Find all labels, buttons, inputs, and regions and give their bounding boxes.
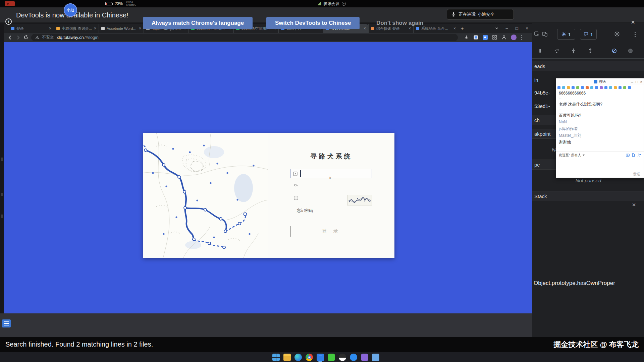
qq-icon[interactable] bbox=[339, 354, 346, 361]
edge-handle[interactable] bbox=[1, 193, 3, 196]
devtools-threads-header[interactable]: eads bbox=[532, 61, 644, 71]
store-icon[interactable] bbox=[317, 354, 324, 361]
tab-close-icon[interactable]: × bbox=[139, 26, 141, 31]
recorder-app-icon[interactable] bbox=[361, 354, 368, 361]
messages-count: 1 bbox=[590, 32, 593, 37]
tab-favicon bbox=[11, 27, 14, 30]
deactivate-breakpoints-icon[interactable] bbox=[611, 48, 617, 54]
chevron-down-icon[interactable] bbox=[583, 155, 585, 156]
tab-close-icon[interactable]: × bbox=[453, 26, 456, 31]
minimize-button[interactable]: – bbox=[502, 23, 512, 33]
captcha-field-icon[interactable] bbox=[294, 196, 298, 200]
close-icon[interactable]: × bbox=[630, 201, 638, 208]
wechat-icon[interactable] bbox=[328, 354, 335, 361]
address-bar[interactable]: 不安全 xlq.tulaway.cn /#/login bbox=[31, 34, 458, 41]
devtools-issues-badge[interactable]: 1 bbox=[557, 29, 575, 40]
infobar-close-icon[interactable]: × bbox=[629, 18, 637, 26]
edge-icon[interactable] bbox=[294, 354, 302, 361]
meeting-app-icon[interactable] bbox=[350, 354, 357, 361]
forgot-password-link[interactable]: 忘记密码 bbox=[297, 208, 313, 214]
chat-message-list[interactable]: 666666666666 ··· 老师 这是什么浏览器啊? ··· 百度可以吗?… bbox=[559, 90, 640, 146]
overlay-clock: 07:43 bbox=[126, 0, 136, 4]
dont-show-again-button[interactable]: Don't show again bbox=[368, 17, 432, 29]
chat-message: js库的作者 bbox=[559, 126, 640, 131]
tab-search-icon[interactable] bbox=[492, 23, 502, 33]
forward-icon[interactable] bbox=[15, 35, 21, 40]
shield-plus-icon[interactable]: + bbox=[342, 2, 346, 6]
extensions-icon[interactable] bbox=[492, 35, 497, 40]
presenter-bubble[interactable]: 小迪 bbox=[64, 3, 77, 17]
browser-window: 登录× 小鸡词典-查词是...× Assetnote Wordlists× ht… bbox=[4, 23, 532, 313]
step-over-icon[interactable] bbox=[554, 48, 559, 54]
inspect-element-icon[interactable] bbox=[534, 32, 539, 37]
chrome-icon[interactable] bbox=[306, 354, 313, 361]
extension-badge-icon[interactable] bbox=[483, 35, 488, 40]
step-into-icon[interactable] bbox=[571, 48, 576, 54]
start-button[interactable] bbox=[272, 354, 280, 361]
reload-icon[interactable] bbox=[23, 35, 29, 40]
login-form: 寻路犬系统 k bbox=[268, 133, 394, 258]
browser-tab[interactable]: 小鸡词典-查词是...× bbox=[54, 24, 99, 33]
gear-icon[interactable] bbox=[614, 31, 620, 37]
back-icon[interactable] bbox=[7, 35, 13, 40]
chat-minimize-icon[interactable]: – bbox=[631, 80, 633, 84]
record-dot-icon bbox=[7, 3, 9, 5]
avatar[interactable] bbox=[511, 35, 517, 40]
security-chip[interactable]: 不安全 bbox=[42, 35, 54, 40]
translate-extension-icon[interactable] bbox=[473, 35, 478, 40]
chat-send-button[interactable]: 发送 bbox=[633, 172, 640, 177]
chat-message: 谢谢他 bbox=[559, 139, 640, 145]
edge-handle[interactable] bbox=[1, 158, 3, 161]
devtools-callstack-header[interactable]: Stack bbox=[532, 191, 644, 201]
console-toggle-icon[interactable] bbox=[2, 319, 11, 327]
send-to-value[interactable]: 所有人 bbox=[571, 153, 581, 158]
username-input[interactable] bbox=[290, 169, 372, 178]
tab-title: 登录 bbox=[16, 26, 47, 31]
tab-close-icon[interactable]: × bbox=[49, 26, 51, 31]
captcha-image[interactable] bbox=[347, 195, 372, 205]
match-language-button[interactable]: Always match Chrome's language bbox=[143, 17, 253, 29]
pause-on-exceptions-icon[interactable] bbox=[628, 48, 633, 54]
map-pane[interactable] bbox=[143, 133, 268, 258]
devtools-menu-icon[interactable] bbox=[634, 32, 636, 37]
tab-close-icon[interactable]: × bbox=[364, 26, 366, 31]
chat-emoji-bar[interactable] bbox=[557, 85, 642, 89]
record-indicator-icon bbox=[5, 1, 15, 6]
tab-close-icon[interactable]: × bbox=[94, 26, 96, 31]
download-icon[interactable] bbox=[464, 35, 469, 40]
resume-pause-icon[interactable] bbox=[537, 48, 543, 54]
screenshot-icon[interactable] bbox=[626, 153, 630, 157]
new-tab-button[interactable]: + bbox=[458, 25, 466, 33]
file-icon[interactable] bbox=[632, 153, 635, 157]
tab-favicon bbox=[56, 27, 60, 30]
profile-icon[interactable] bbox=[501, 35, 506, 40]
chat-input-area[interactable] bbox=[556, 158, 644, 178]
notes-app-icon[interactable] bbox=[372, 354, 379, 361]
mention-icon[interactable] bbox=[637, 153, 641, 157]
browser-toolbar: 不安全 xlq.tulaway.cn /#/login bbox=[4, 33, 532, 42]
close-button[interactable]: × bbox=[522, 23, 532, 33]
maximize-button[interactable]: □ bbox=[512, 23, 522, 33]
tab-title: 小鸡词典-查词是... bbox=[62, 26, 92, 31]
overlay-speed: 6.5MB/s bbox=[126, 4, 136, 7]
url-path: /#/login bbox=[85, 35, 99, 40]
chat-message: 老师 这是什么浏览器啊? bbox=[559, 102, 640, 107]
devtools-messages-badge[interactable]: 1 bbox=[580, 29, 597, 40]
step-out-icon[interactable] bbox=[587, 48, 593, 54]
edge-handle[interactable] bbox=[1, 215, 3, 218]
chat-close-icon[interactable]: × bbox=[640, 80, 642, 84]
login-card: 寻路犬系统 k bbox=[143, 133, 394, 258]
battery-fill bbox=[106, 3, 107, 5]
stray-glyph: k bbox=[329, 176, 331, 180]
chat-titlebar[interactable]: 聊天 bbox=[556, 78, 644, 85]
chat-maximize-icon[interactable]: □ bbox=[636, 80, 638, 84]
password-field-icon[interactable] bbox=[294, 183, 298, 187]
device-toolbar-icon[interactable] bbox=[542, 32, 547, 37]
switch-chinese-button[interactable]: Switch DevTools to Chinese bbox=[266, 17, 360, 29]
speaking-indicator-pill[interactable]: 正在讲话: 小迪安全 bbox=[447, 9, 514, 20]
login-button[interactable]: 登 录 bbox=[290, 226, 372, 237]
browser-menu-icon[interactable] bbox=[521, 35, 522, 40]
browser-tab[interactable]: Assetnote Wordlists× bbox=[99, 24, 144, 33]
file-explorer-icon[interactable] bbox=[283, 354, 291, 361]
browser-tab[interactable]: 登录× bbox=[9, 24, 54, 33]
